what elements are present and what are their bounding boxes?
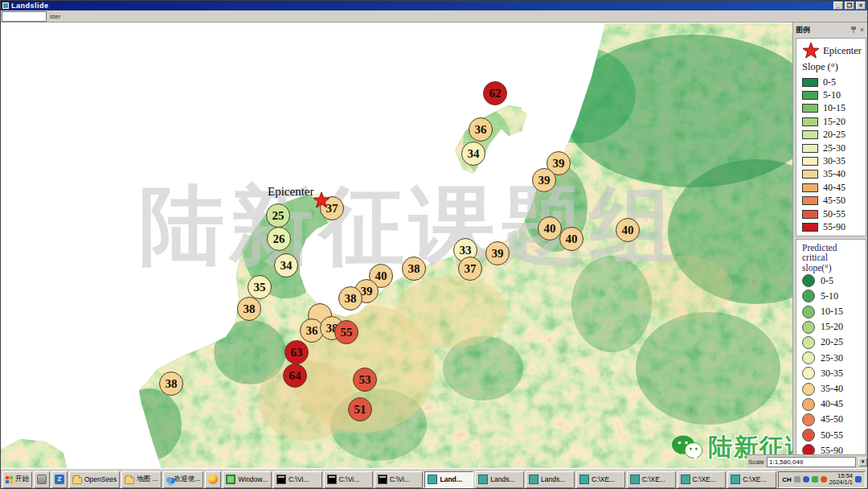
quicklaunch-button[interactable] [34,471,50,488]
doc-icon [529,475,538,484]
taskbar-window-button[interactable]: Land... [424,471,473,488]
legend-swatch [802,196,818,205]
alert-tray-icon[interactable] [821,476,827,483]
map-marker: 53 [353,368,377,392]
legend-swatch [802,183,818,192]
doc-icon [428,475,437,484]
scale-combobox[interactable]: 1:1,580,049 [767,457,856,467]
legend-class-row: 20-25 [802,335,862,350]
map-marker: 34 [461,142,485,166]
window-button-label: Window... [238,475,268,483]
legend-class-row: 0-5 [802,273,862,289]
map-marker: 38 [402,257,426,281]
shield-tray-icon[interactable] [812,476,818,483]
quicklaunch-label: 地图 ... [137,475,158,484]
epicenter-label: Epicenter [268,185,313,199]
map-marker: 37 [458,257,482,281]
scale-dropdown-arrow-icon[interactable]: ▼ [858,458,867,466]
map-marker: 36 [469,117,493,142]
legend-range-label: 15-20 [823,116,845,128]
taskbar-window-button[interactable]: C:\XE... [727,471,776,488]
app-blue-icon: Z [55,475,64,484]
legend-range-label: 45-50 [823,195,845,207]
window-button-label: Land... [440,475,461,483]
quicklaunch-button[interactable]: Z [51,471,68,488]
monitor-icon [226,475,235,484]
app-tray-icon[interactable] [803,476,809,483]
quicklaunch-button[interactable]: 地图 ... [121,471,161,488]
taskbar-window-button[interactable]: C:\XE... [576,471,625,488]
app-window: Landslide _ ❐ × ster [0,0,868,489]
window-button-label: C:\Vi... [339,475,359,483]
system-tray: CH 15:54 2024/1/1 [778,471,866,488]
quicklaunch-button[interactable]: 欢迎使... [163,471,204,488]
legend-header[interactable]: 图例 × [796,24,866,35]
legend-range-label: 20-25 [823,129,845,141]
restore-button[interactable]: ❐ [845,2,854,10]
legend-swatch [802,210,818,219]
network-tray-icon[interactable] [855,476,862,483]
legend-range-label: 40-45 [821,398,843,410]
taskbar-window-button[interactable]: C:\XE... [627,471,676,488]
taskbar-window-button[interactable]: Window... [223,471,272,488]
legend-range-label: 55-90 [823,221,845,233]
quicklaunch-button[interactable]: OpenSees [69,471,120,488]
window-button-label: C:\XE... [693,475,716,483]
legend-class-row: 55-90 [802,220,862,233]
start-button[interactable]: 开始 [2,471,32,488]
minimize-button[interactable]: _ [833,2,843,10]
map-canvas[interactable]: 陆新征课题组 623634393937252640404033393438374… [1,23,868,468]
weiyun-icon [166,477,172,483]
quicklaunch-label: 欢迎使... [174,475,201,484]
legend-class-row: 15-20 [802,115,862,128]
windows-flag-icon [6,476,13,483]
window-button-label: C:\Vi... [390,475,410,483]
legend-swatch [802,290,815,302]
quicklaunch-label: OpenSees [84,475,117,483]
firefox-icon [208,475,218,484]
toolbar-label: ster [50,13,60,20]
legend-class-row: 50-55 [802,427,862,442]
legend-class-row: 10-15 [802,102,862,115]
legend-close-icon[interactable]: × [858,26,866,34]
legend-class-row: 25-30 [802,351,862,366]
legend-class-row: 40-45 [802,181,862,194]
doc-icon [630,475,640,484]
taskbar-window-button[interactable]: C:\Vi... [324,471,373,488]
window-button-label: C:\XE... [743,475,766,483]
toolbar-combobox[interactable] [2,11,47,22]
legend-swatch [802,157,818,166]
titlebar[interactable]: Landslide _ ❐ × [1,1,867,10]
taskbar-window-button[interactable]: C:\Vi... [273,471,322,488]
map-marker: 38 [159,372,183,396]
scale-label: Scale [748,458,764,466]
taskbar-window-button[interactable]: Lands... [475,471,524,488]
close-button[interactable]: × [856,2,866,10]
taskbar-window-button[interactable]: C:\Vi... [375,471,424,488]
legend-class-row: 30-35 [802,154,862,167]
quicklaunch-button[interactable] [205,471,221,488]
legend-class-row: 45-50 [802,412,862,427]
legend-range-label: 40-45 [823,182,845,194]
map-marker: 63 [285,340,309,364]
legend-range-label: 25-30 [823,142,845,154]
pin-icon[interactable] [849,26,858,35]
display-tray-icon[interactable] [794,476,800,483]
window-button-label: Lands... [541,475,565,483]
language-indicator[interactable]: CH [782,476,792,483]
slope-legend-title: Slope (°) [802,61,862,73]
doc-icon [731,475,740,484]
legend-range-label: 30-35 [821,368,843,380]
taskbar-window-button[interactable]: C:\XE... [678,471,727,488]
map-marker: 38 [237,297,261,321]
legend-range-label: 20-25 [821,336,843,348]
map-marker: 40 [559,227,583,251]
predicted-legend-title-1: Predicted critical [802,243,862,263]
folder-icon [72,477,82,484]
clock-date: 2024/1/1 [829,479,853,486]
taskbar-window-button[interactable]: Lands... [526,471,575,488]
map-marker: 40 [616,218,640,242]
legend-range-label: 35-40 [821,383,843,395]
map-marker: 39 [485,241,510,265]
legend-swatch [802,144,818,153]
